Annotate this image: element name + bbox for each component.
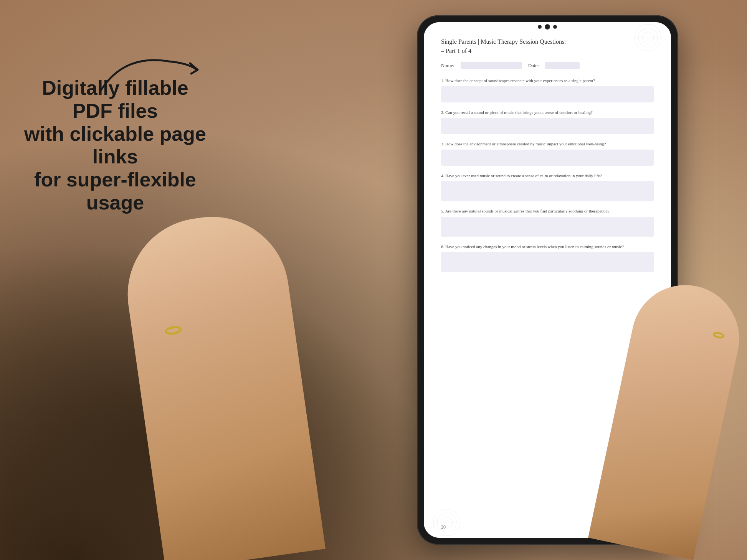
answer-box-3[interactable]: [441, 150, 654, 166]
answer-box-2[interactable]: [441, 118, 654, 134]
answer-box-5[interactable]: [441, 217, 654, 237]
pdf-deco-top-icon: [625, 22, 671, 53]
answer-box-4[interactable]: [441, 181, 654, 201]
tablet-camera-bar: [538, 22, 557, 31]
ring-right: [712, 331, 725, 339]
camera-dot-2: [553, 25, 557, 29]
pdf-deco-bottom-icon: [424, 507, 470, 538]
name-input[interactable]: [461, 62, 522, 69]
question-block-5: 5. Are there any natural sounds or music…: [441, 208, 654, 237]
question-block-6: 6. Have you noticed any changes in your …: [441, 244, 654, 272]
answer-box-6[interactable]: [441, 252, 654, 272]
page-number: 20: [441, 524, 446, 530]
question-text-1: 1. How does the concept of soundscapes r…: [441, 77, 654, 84]
question-block-4: 4. Have you ever used music or sound to …: [441, 173, 654, 201]
question-block-3: 3. How does the environment or atmospher…: [441, 141, 654, 166]
date-input[interactable]: [545, 62, 580, 69]
pdf-subtitle: – Part 1 of 4: [441, 48, 654, 54]
pdf-title: Single Parents | Music Therapy Session Q…: [441, 38, 654, 46]
answer-box-1[interactable]: [441, 86, 654, 102]
date-label: Date:: [528, 63, 539, 69]
ring-left: [164, 325, 183, 336]
name-label: Name:: [441, 63, 454, 69]
arrow-icon: [92, 38, 215, 100]
camera-dot-1: [538, 25, 542, 29]
question-block-2: 2. Can you recall a sound or piece of mu…: [441, 109, 654, 134]
name-date-row: Name: Date:: [441, 62, 654, 69]
question-text-5: 5. Are there any natural sounds or music…: [441, 208, 654, 214]
camera-dot-center: [545, 24, 550, 30]
question-text-4: 4. Have you ever used music or sound to …: [441, 173, 654, 179]
left-panel: Digitally fillable PDF files with clicka…: [23, 77, 207, 214]
question-text-2: 2. Can you recall a sound or piece of mu…: [441, 109, 654, 116]
question-text-3: 3. How does the environment or atmospher…: [441, 141, 654, 147]
question-text-6: 6. Have you noticed any changes in your …: [441, 244, 654, 250]
question-block-1: 1. How does the concept of soundscapes r…: [441, 77, 654, 102]
